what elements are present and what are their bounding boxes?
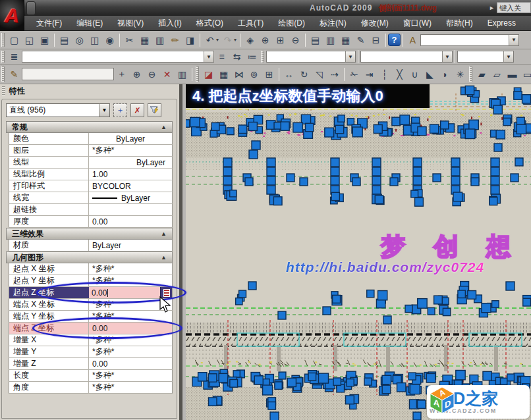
layer-current-icon[interactable]: ≡ bbox=[214, 50, 229, 64]
menu-item-1[interactable]: 编辑(E) bbox=[69, 18, 110, 29]
publish-icon[interactable]: ◫ bbox=[87, 33, 102, 47]
property-value[interactable]: ByLayer bbox=[89, 192, 172, 203]
tool-palettes-icon[interactable]: ▦ bbox=[338, 33, 353, 47]
menu-item-7[interactable]: 标注(N) bbox=[312, 18, 354, 29]
extend-icon[interactable]: ⇥ bbox=[362, 67, 377, 81]
property-value[interactable]: *多种* bbox=[89, 263, 172, 275]
property-value[interactable]: ByLayer bbox=[89, 133, 172, 144]
property-row[interactable]: 打印样式BYCOLOR bbox=[9, 180, 173, 192]
design-center-icon[interactable]: ▥ bbox=[323, 33, 338, 47]
copy-object-icon[interactable]: ▦ bbox=[216, 67, 231, 81]
menu-item-5[interactable]: 工具(T) bbox=[231, 18, 271, 29]
properties-palette-title[interactable]: 特性 bbox=[0, 84, 179, 97]
dropdown-arrow-icon[interactable]: ▾ bbox=[216, 37, 219, 43]
bring-above-icon[interactable]: ▬ bbox=[505, 67, 520, 81]
copy-icon[interactable]: ▦ bbox=[137, 33, 152, 47]
quick-select-filter-button[interactable] bbox=[148, 103, 161, 117]
help-icon[interactable]: ? bbox=[388, 34, 401, 46]
property-row[interactable]: 厚度0.00 bbox=[9, 216, 173, 228]
property-value[interactable]: *多种* bbox=[89, 311, 172, 322]
join-icon[interactable]: ∪ bbox=[407, 67, 422, 81]
toolbar-grip[interactable] bbox=[469, 66, 472, 82]
undo-icon[interactable]: ↶ bbox=[202, 33, 217, 47]
object-type-dropdown[interactable]: 直线 (956) ▼ bbox=[6, 103, 110, 117]
property-value[interactable]: 0.00 bbox=[89, 358, 172, 369]
menu-item-3[interactable]: 插入(I) bbox=[151, 18, 188, 29]
toolbar-grip[interactable] bbox=[196, 66, 199, 82]
layer-states-icon[interactable]: ≔ bbox=[244, 50, 260, 64]
property-row[interactable]: 起点 Z 坐标0.00 bbox=[9, 287, 173, 299]
zoom-previous-icon[interactable]: ⊖ bbox=[288, 33, 303, 47]
layer-prev-icon[interactable]: ⇆ bbox=[229, 50, 244, 64]
select-objects-button[interactable]: ✗ bbox=[130, 103, 144, 117]
toolbar-dropdown[interactable]: ▼ bbox=[22, 51, 214, 63]
toolbar-grip[interactable] bbox=[1, 66, 5, 82]
collapse-arrow-icon[interactable]: ▲ bbox=[161, 254, 167, 261]
infocenter-arrow-icon[interactable]: ► bbox=[489, 5, 495, 11]
stretch-icon[interactable]: ⇢ bbox=[327, 67, 342, 81]
array-icon[interactable]: ⊞ bbox=[262, 67, 277, 81]
chevron-down-icon[interactable]: ▼ bbox=[204, 51, 213, 62]
chevron-down-icon[interactable]: ▼ bbox=[503, 51, 513, 62]
menu-item-11[interactable]: Express bbox=[480, 18, 523, 28]
property-section-header[interactable]: 常规▲ bbox=[6, 121, 173, 133]
menu-item-2[interactable]: 视图(V) bbox=[110, 18, 151, 29]
layer-off-icon[interactable]: ⊖ bbox=[144, 67, 159, 81]
menu-item-9[interactable]: 窗口(W) bbox=[396, 18, 439, 29]
chamfer-icon[interactable]: ◣ bbox=[422, 67, 437, 81]
redo-disabled-icon[interactable]: ↷ bbox=[220, 33, 235, 47]
property-value[interactable]: *多种* bbox=[89, 334, 172, 346]
property-value[interactable]: ByLayer bbox=[89, 157, 172, 168]
property-row[interactable]: 角度*多种* bbox=[9, 382, 173, 394]
collapse-arrow-icon[interactable]: ▲ bbox=[161, 124, 167, 130]
menu-item-6[interactable]: 绘图(D) bbox=[271, 18, 312, 29]
property-value[interactable]: 0.00 bbox=[89, 287, 172, 298]
send-to-back-icon[interactable]: ▱ bbox=[489, 67, 505, 81]
paste-icon[interactable]: ▥ bbox=[152, 33, 167, 47]
property-value[interactable] bbox=[89, 204, 172, 215]
property-row[interactable]: 增量 Z0.00 bbox=[9, 358, 173, 370]
drawing-area[interactable]: 4. 把起点z坐标数值手动输入0 梦 创 想 http://hi.baidu.c… bbox=[186, 84, 531, 420]
property-row[interactable]: 线型ByLayer bbox=[9, 157, 173, 169]
property-row[interactable]: 图层*多种* bbox=[9, 145, 173, 157]
toolbar-dropdown[interactable]: ▼ bbox=[360, 51, 453, 63]
erase-icon[interactable]: ◪ bbox=[201, 67, 216, 81]
property-value[interactable]: ByLayer bbox=[89, 240, 172, 251]
print-icon[interactable]: ▤ bbox=[57, 33, 72, 47]
toolbar-field[interactable] bbox=[22, 68, 114, 80]
property-section-header[interactable]: 三维效果▲ bbox=[6, 228, 173, 240]
app-logo[interactable]: A bbox=[0, 0, 24, 31]
property-row[interactable]: 起点 X 坐标*多种* bbox=[9, 263, 173, 275]
menu-item-8[interactable]: 修改(M) bbox=[354, 18, 396, 29]
print-preview-icon[interactable]: ◎ bbox=[72, 33, 87, 47]
collapse-arrow-icon[interactable]: ▲ bbox=[161, 230, 167, 237]
layer-delete-icon[interactable]: ✕ bbox=[159, 67, 175, 81]
edit-layer-icon[interactable]: ✎ bbox=[7, 67, 22, 81]
toolbar-dropdown[interactable]: ▼ bbox=[457, 51, 514, 63]
cut-icon[interactable]: ✂ bbox=[122, 33, 137, 47]
chevron-down-icon[interactable]: ▼ bbox=[345, 51, 355, 62]
property-value[interactable]: *多种* bbox=[89, 145, 172, 156]
property-value[interactable]: 1.00 bbox=[89, 169, 172, 180]
make-object-layer-current-icon[interactable]: ＋ bbox=[114, 67, 129, 81]
offset-icon[interactable]: ⊚ bbox=[246, 67, 262, 81]
calculator-icon[interactable]: ⊟ bbox=[368, 33, 383, 47]
toolbar-grip[interactable] bbox=[1, 51, 5, 62]
markup-icon[interactable]: ✎ bbox=[353, 33, 368, 47]
property-row[interactable]: 端点 Z 坐标0.00 bbox=[9, 323, 173, 334]
scale-icon[interactable]: ◹ bbox=[312, 67, 327, 81]
quick-calc-button[interactable] bbox=[160, 287, 172, 298]
globe-icon[interactable]: ◉ bbox=[102, 33, 117, 47]
send-under-icon[interactable]: ▭ bbox=[520, 67, 531, 81]
chevron-down-icon[interactable]: ▼ bbox=[509, 35, 518, 45]
zoom-icon[interactable]: ⊕ bbox=[258, 33, 273, 47]
property-value[interactable]: *多种* bbox=[89, 370, 172, 381]
explode-icon[interactable]: ✳ bbox=[453, 67, 468, 81]
property-row[interactable]: 起点 Y 坐标*多种* bbox=[9, 275, 173, 287]
mirror-icon[interactable]: ⋈ bbox=[231, 67, 246, 81]
text-style-icon[interactable]: A bbox=[405, 33, 420, 47]
open-icon[interactable]: ◱ bbox=[22, 33, 37, 47]
trim-icon[interactable]: ✁ bbox=[347, 67, 362, 81]
bring-to-front-icon[interactable]: ▰ bbox=[474, 67, 489, 81]
fillet-icon[interactable]: ◗ bbox=[437, 67, 453, 81]
